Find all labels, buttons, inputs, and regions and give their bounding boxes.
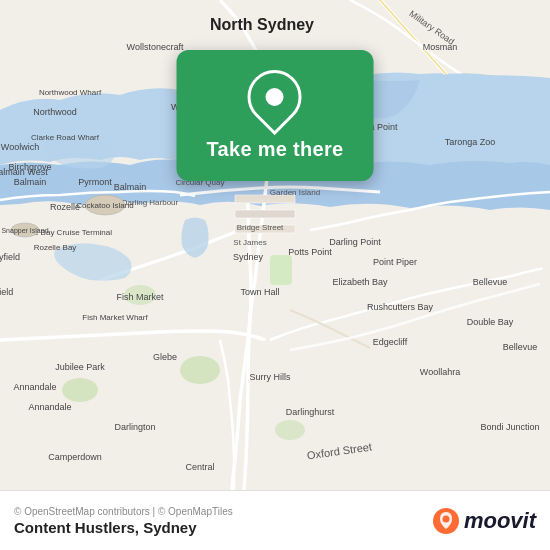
svg-text:Bridge Street: Bridge Street bbox=[237, 223, 284, 232]
svg-text:Garden Island: Garden Island bbox=[270, 188, 320, 197]
svg-text:Woollahra: Woollahra bbox=[420, 367, 460, 377]
location-pin-icon bbox=[237, 59, 313, 135]
svg-text:Wollstonecraft: Wollstonecraft bbox=[127, 42, 184, 52]
svg-rect-4 bbox=[235, 210, 295, 218]
svg-text:Annandale: Annandale bbox=[28, 402, 71, 412]
svg-text:Balmain West: Balmain West bbox=[0, 167, 48, 177]
attribution-text: © OpenStreetMap contributors | © OpenMap… bbox=[14, 506, 233, 517]
svg-point-71 bbox=[442, 515, 449, 522]
svg-point-7 bbox=[275, 420, 305, 440]
bottom-left-section: © OpenStreetMap contributors | © OpenMap… bbox=[14, 506, 233, 536]
svg-text:Darlinghurst: Darlinghurst bbox=[286, 407, 335, 417]
svg-text:St James: St James bbox=[233, 238, 266, 247]
moovit-pin-icon bbox=[432, 507, 460, 535]
svg-text:Jubilee Park: Jubilee Park bbox=[55, 362, 105, 372]
svg-text:Cockatoo Island: Cockatoo Island bbox=[76, 201, 133, 210]
svg-text:Northwood: Northwood bbox=[33, 107, 77, 117]
svg-text:field: field bbox=[0, 287, 13, 297]
svg-text:Rushcutters Bay: Rushcutters Bay bbox=[367, 302, 434, 312]
svg-text:Annandale: Annandale bbox=[13, 382, 56, 392]
pin-card: Take me there bbox=[177, 50, 374, 181]
svg-text:Double Bay: Double Bay bbox=[467, 317, 514, 327]
bottom-bar: © OpenStreetMap contributors | © OpenMap… bbox=[0, 490, 550, 550]
svg-text:Darling Point: Darling Point bbox=[329, 237, 381, 247]
svg-text:Point Piper: Point Piper bbox=[373, 257, 417, 267]
svg-text:Fish Market: Fish Market bbox=[116, 292, 164, 302]
moovit-logo: moovit bbox=[432, 507, 536, 535]
take-me-there-button[interactable]: Take me there bbox=[207, 138, 344, 161]
location-pin-overlay: Take me there bbox=[177, 50, 374, 181]
svg-text:Glebe: Glebe bbox=[153, 352, 177, 362]
svg-text:Northwood Wharf: Northwood Wharf bbox=[39, 88, 102, 97]
svg-text:Bondi Junction: Bondi Junction bbox=[480, 422, 539, 432]
svg-text:Darlington: Darlington bbox=[114, 422, 155, 432]
moovit-brand-text: moovit bbox=[464, 508, 536, 534]
svg-text:Sydney: Sydney bbox=[233, 252, 264, 262]
svg-text:Balmain: Balmain bbox=[14, 177, 47, 187]
svg-text:Woolwich: Woolwich bbox=[1, 142, 39, 152]
svg-text:Fish Market Wharf: Fish Market Wharf bbox=[82, 313, 148, 322]
svg-text:Pyrmont: Pyrmont bbox=[78, 177, 112, 187]
svg-text:Camperdown: Camperdown bbox=[48, 452, 102, 462]
svg-text:Elizabeth Bay: Elizabeth Bay bbox=[332, 277, 388, 287]
svg-text:Bellevue: Bellevue bbox=[503, 342, 538, 352]
location-name: Content Hustlers, Sydney bbox=[14, 519, 233, 536]
svg-text:Edgecliff: Edgecliff bbox=[373, 337, 408, 347]
svg-text:Central: Central bbox=[185, 462, 214, 472]
map-container: North Sydney Rozelle Rozelle Bay Pyrmont… bbox=[0, 0, 550, 490]
svg-point-8 bbox=[180, 356, 220, 384]
svg-text:Town Hall: Town Hall bbox=[240, 287, 279, 297]
svg-text:Surry Hills: Surry Hills bbox=[249, 372, 291, 382]
svg-text:Snapper Island: Snapper Island bbox=[1, 227, 48, 235]
svg-text:Balmain: Balmain bbox=[114, 182, 147, 192]
svg-text:Taronga Zoo: Taronga Zoo bbox=[445, 137, 496, 147]
north-sydney-label: North Sydney bbox=[210, 16, 314, 33]
svg-text:Clarke Road Wharf: Clarke Road Wharf bbox=[31, 133, 100, 142]
svg-text:Bellevue: Bellevue bbox=[473, 277, 508, 287]
svg-text:Potts Point: Potts Point bbox=[288, 247, 332, 257]
svg-text:Lilyfield: Lilyfield bbox=[0, 252, 20, 262]
svg-text:Rozelle Bay: Rozelle Bay bbox=[34, 243, 77, 252]
svg-rect-10 bbox=[270, 255, 292, 285]
svg-point-6 bbox=[62, 378, 98, 402]
